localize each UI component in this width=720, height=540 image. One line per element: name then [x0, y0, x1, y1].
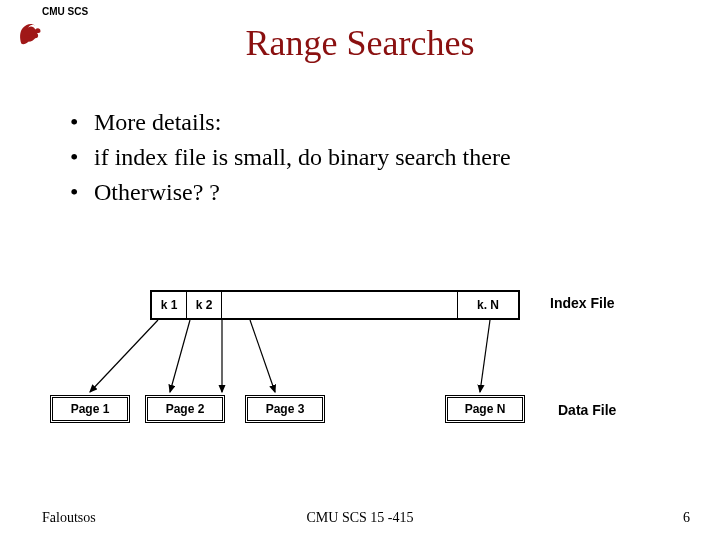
index-file-label: Index File [550, 295, 615, 311]
svg-line-1 [170, 320, 190, 392]
data-page-2: Page 2 [145, 395, 225, 423]
index-key-k2: k 2 [187, 292, 222, 318]
index-diagram: k 1 k 2 k. N Index File Page 1 Page 2 Pa… [50, 290, 670, 480]
footer-page-number: 6 [683, 510, 690, 526]
header-org-label: CMU SCS [42, 6, 88, 17]
svg-line-0 [90, 320, 158, 392]
index-key-kn: k. N [458, 292, 518, 318]
index-gap [222, 292, 458, 318]
slide-title: Range Searches [0, 22, 720, 64]
data-file-label: Data File [558, 402, 616, 418]
data-page-3: Page 3 [245, 395, 325, 423]
bullet-item: if index file is small, do binary search… [70, 140, 511, 175]
bullet-item: More details: [70, 105, 511, 140]
data-page-1: Page 1 [50, 395, 130, 423]
svg-line-4 [480, 320, 490, 392]
bullet-list: More details: if index file is small, do… [70, 105, 511, 209]
svg-line-3 [250, 320, 275, 392]
footer-course: CMU SCS 15 -415 [0, 510, 720, 526]
bullet-item: Otherwise? ? [70, 175, 511, 210]
index-key-k1: k 1 [152, 292, 187, 318]
data-page-n: Page N [445, 395, 525, 423]
index-file-row: k 1 k 2 k. N [150, 290, 520, 320]
